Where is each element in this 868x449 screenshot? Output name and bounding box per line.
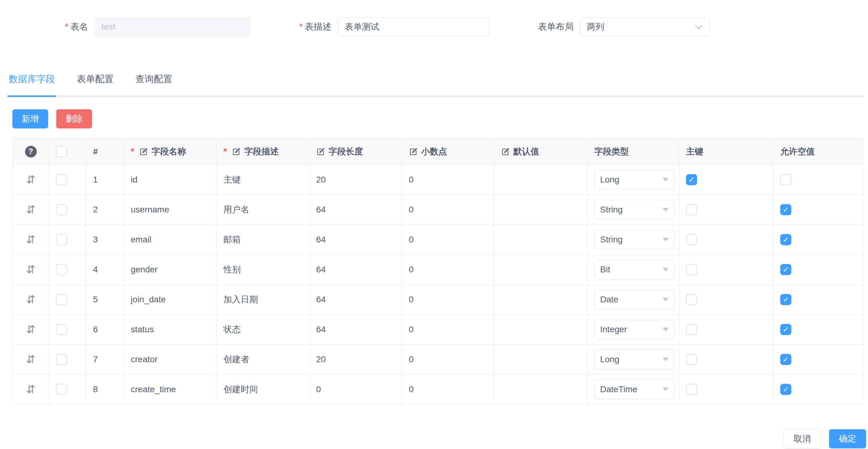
- field-name-cell[interactable]: creator: [124, 345, 217, 375]
- field-type-select[interactable]: Long: [594, 170, 675, 190]
- nullable-checkbox[interactable]: [780, 204, 792, 215]
- field-type-select[interactable]: String: [594, 230, 675, 250]
- drag-handle-icon[interactable]: [26, 353, 35, 365]
- table-desc-input[interactable]: [338, 17, 489, 36]
- field-name-cell[interactable]: email: [124, 225, 217, 255]
- field-length-cell[interactable]: 64: [309, 225, 402, 255]
- nullable-checkbox[interactable]: [780, 234, 792, 245]
- drag-handle-icon[interactable]: [26, 203, 35, 216]
- field-type-select[interactable]: String: [594, 200, 675, 220]
- question-icon[interactable]: [25, 146, 37, 158]
- field-name-cell[interactable]: username: [124, 195, 217, 225]
- header-field-desc: 字段描述: [217, 138, 309, 165]
- row-select-checkbox[interactable]: [56, 234, 67, 245]
- default-value-cell[interactable]: [494, 255, 587, 285]
- field-name-cell[interactable]: create_time: [124, 375, 217, 405]
- pk-checkbox[interactable]: [686, 204, 697, 215]
- row-select-checkbox[interactable]: [56, 174, 67, 185]
- drag-handle-icon[interactable]: [26, 173, 35, 186]
- pk-checkbox[interactable]: [686, 234, 697, 245]
- field-desc-cell[interactable]: 邮箱: [217, 225, 309, 255]
- decimal-cell[interactable]: 0: [402, 255, 494, 285]
- field-length-cell[interactable]: 20: [309, 165, 402, 195]
- field-length-cell[interactable]: 64: [309, 195, 402, 225]
- add-button[interactable]: 新增: [12, 109, 48, 128]
- row-select-checkbox[interactable]: [56, 294, 67, 305]
- drag-handle-icon[interactable]: [26, 323, 35, 336]
- header-help: [13, 138, 49, 165]
- field-type-select[interactable]: Bit: [594, 260, 675, 280]
- field-type-select[interactable]: Date: [594, 290, 675, 310]
- field-desc-cell[interactable]: 加入日期: [217, 285, 309, 315]
- field-type-select[interactable]: DateTime: [594, 380, 675, 399]
- default-value-cell[interactable]: [494, 285, 587, 315]
- field-length-cell[interactable]: 20: [309, 345, 402, 375]
- pk-checkbox[interactable]: [686, 384, 697, 395]
- table-name-input[interactable]: [94, 17, 250, 36]
- default-value-cell[interactable]: [494, 195, 587, 225]
- drag-handle-icon[interactable]: [26, 293, 35, 306]
- confirm-button[interactable]: 确定: [829, 429, 866, 448]
- form-layout-select[interactable]: 两列: [580, 17, 710, 36]
- field-type-select[interactable]: Long: [594, 350, 675, 369]
- decimal-cell[interactable]: 0: [402, 375, 494, 405]
- field-length-cell[interactable]: 64: [309, 285, 402, 315]
- pk-checkbox[interactable]: [686, 354, 697, 365]
- caret-down-icon: [662, 178, 669, 182]
- field-name-cell[interactable]: join_date: [124, 285, 217, 315]
- caret-down-icon: [662, 328, 669, 331]
- nullable-checkbox[interactable]: [780, 174, 792, 185]
- decimal-cell[interactable]: 0: [402, 315, 494, 345]
- decimal-cell[interactable]: 0: [402, 345, 494, 375]
- pk-checkbox[interactable]: [686, 294, 697, 305]
- drag-handle-icon[interactable]: [26, 233, 35, 246]
- decimal-cell[interactable]: 0: [402, 195, 494, 225]
- pk-checkbox[interactable]: [686, 324, 697, 335]
- default-value-cell[interactable]: [494, 165, 587, 195]
- default-value-cell[interactable]: [494, 375, 587, 405]
- cancel-button[interactable]: 取消: [783, 429, 821, 448]
- nullable-checkbox[interactable]: [780, 354, 792, 365]
- nullable-checkbox[interactable]: [780, 264, 792, 275]
- decimal-cell[interactable]: 0: [402, 165, 494, 195]
- pk-checkbox[interactable]: [686, 264, 697, 275]
- nullable-checkbox[interactable]: [780, 294, 792, 305]
- row-index: 7: [86, 345, 124, 375]
- field-name-cell[interactable]: status: [124, 315, 217, 345]
- field-desc-cell[interactable]: 主键: [217, 165, 309, 195]
- nullable-checkbox[interactable]: [780, 324, 792, 335]
- delete-button[interactable]: 删除: [56, 109, 92, 128]
- row-select-checkbox[interactable]: [56, 204, 67, 215]
- row-select-checkbox[interactable]: [56, 354, 67, 365]
- header-select: [49, 138, 86, 165]
- tab-query-config[interactable]: 查询配置: [134, 73, 174, 95]
- field-length-cell[interactable]: 64: [309, 255, 402, 285]
- field-length-cell[interactable]: 64: [309, 315, 402, 345]
- form-item-table-desc: 表描述: [299, 17, 489, 36]
- field-desc-cell[interactable]: 创建者: [217, 345, 309, 375]
- nullable-checkbox[interactable]: [780, 384, 792, 395]
- default-value-cell[interactable]: [494, 225, 587, 255]
- drag-handle-icon[interactable]: [26, 383, 35, 395]
- default-value-cell[interactable]: [494, 315, 587, 345]
- default-value-cell[interactable]: [494, 345, 587, 375]
- decimal-cell[interactable]: 0: [402, 225, 494, 255]
- field-desc-cell[interactable]: 用户名: [217, 195, 309, 225]
- field-desc-cell[interactable]: 创建时间: [217, 375, 309, 405]
- field-length-cell[interactable]: 0: [309, 375, 402, 405]
- pk-checkbox[interactable]: [686, 174, 697, 185]
- tab-form-config[interactable]: 表单配置: [75, 73, 115, 95]
- select-all-checkbox[interactable]: [56, 146, 67, 157]
- field-desc-cell[interactable]: 性别: [217, 255, 309, 285]
- row-select-checkbox[interactable]: [56, 384, 67, 395]
- decimal-cell[interactable]: 0: [402, 285, 494, 315]
- tab-database-fields[interactable]: 数据库字段: [7, 73, 56, 95]
- row-select-checkbox[interactable]: [56, 324, 67, 335]
- header-index: #: [86, 138, 124, 165]
- field-name-cell[interactable]: id: [124, 165, 217, 195]
- field-type-select[interactable]: Integer: [594, 320, 675, 340]
- drag-handle-icon[interactable]: [26, 263, 35, 276]
- field-desc-cell[interactable]: 状态: [217, 315, 309, 345]
- field-name-cell[interactable]: gender: [124, 255, 217, 285]
- row-select-checkbox[interactable]: [56, 264, 67, 275]
